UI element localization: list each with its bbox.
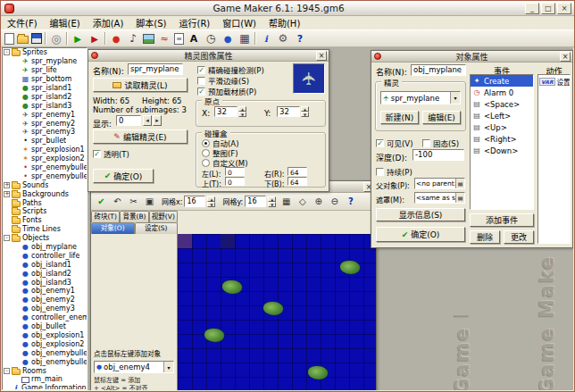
load-sprite-button[interactable]: 读取精灵(L)	[93, 78, 188, 92]
tree-item[interactable]: • spr_enemybullet1	[3, 163, 87, 172]
grid-toggle-icon[interactable]: ▦	[279, 195, 293, 208]
menu-icon[interactable]: ▤	[455, 179, 464, 188]
event-item[interactable]: ▤ <Left>	[471, 110, 533, 121]
menu-item[interactable]: 添加(A)	[87, 15, 130, 30]
create-executable-icon[interactable]: ◎	[49, 31, 63, 46]
delete-event-button[interactable]: 删除	[470, 230, 500, 244]
tree-expander-icon[interactable]: +	[4, 191, 10, 197]
grid-x-input[interactable]: 16	[184, 196, 205, 207]
transparent-checkbox[interactable]: 透明(T)	[93, 148, 129, 159]
zoom-out-icon[interactable]: ⊖	[328, 195, 341, 208]
bbox-left-input[interactable]: 0	[225, 167, 245, 176]
grid-x-spinner[interactable]	[207, 196, 215, 207]
tree-expander-icon[interactable]: -	[4, 368, 10, 374]
show-prev-icon[interactable]: ◂	[143, 115, 152, 126]
room-tab[interactable]: 设定(S)	[135, 222, 179, 234]
add-path-icon[interactable]: ≈	[157, 31, 171, 46]
run-debug-icon[interactable]: ▶	[88, 31, 102, 46]
island-instance[interactable]	[340, 261, 360, 274]
tree-item[interactable]: ✈ spr_enemy3	[3, 128, 87, 137]
menu-item[interactable]: 脚本(S)	[129, 15, 172, 30]
title-bar[interactable]: Game Maker 6.1: 1945.gm6 _ □ ×	[1, 1, 574, 16]
event-item[interactable]: ▤ <Right>	[471, 133, 533, 145]
tree-item[interactable]: ℹ Game Information	[3, 384, 87, 390]
bbox-bottom-input[interactable]: 64	[288, 177, 307, 186]
room-tab[interactable]: 砖块(T)	[91, 211, 120, 222]
tree-item[interactable]: ● obj_enemybullet2	[3, 357, 87, 366]
tree-item[interactable]: ✈ spr_enemy1	[3, 110, 87, 119]
close-button[interactable]: ×	[557, 3, 571, 14]
grid-y-input[interactable]: 16	[245, 196, 266, 207]
close-icon[interactable]: ×	[316, 51, 327, 61]
smooth-edges-checkbox[interactable]: 平滑边缘(S)	[197, 75, 249, 86]
tree-item[interactable]: ▦ spr_bottom	[3, 75, 87, 84]
event-item[interactable]: ◷ Alarm 0	[471, 87, 533, 98]
close-icon[interactable]: ×	[560, 52, 571, 62]
tree-item[interactable]: ✈ spr_myplane	[3, 57, 87, 66]
event-item[interactable]: ✦ Create	[471, 75, 533, 87]
tree-item[interactable]: ✶ spr_explosion2	[3, 154, 87, 163]
tree-item[interactable]: ● spr_island2	[3, 92, 87, 101]
show-information-button[interactable]: 显示信息(S)	[376, 208, 465, 221]
bbox-right-input[interactable]: 64	[288, 167, 307, 176]
tree-item[interactable]: ● obj_island1	[3, 260, 87, 269]
tree-item[interactable]: - Sprites	[3, 48, 87, 57]
room-tab[interactable]: 对象(O)	[91, 222, 135, 234]
tree-item[interactable]: ● obj_explosion1	[3, 331, 87, 340]
object-name-input[interactable]: obj_myplane	[411, 64, 466, 76]
tree-item[interactable]: Fonts	[3, 216, 87, 225]
placed-object[interactable]	[221, 234, 235, 248]
tree-item[interactable]: ● obj_myplane	[3, 243, 87, 252]
zoom-in-icon[interactable]: ⊕	[312, 195, 325, 208]
cut-icon[interactable]: ✂	[127, 195, 140, 208]
separator[interactable]	[45, 32, 46, 45]
game-information-icon[interactable]: ℹ	[259, 31, 273, 46]
add-background-icon[interactable]	[143, 34, 154, 44]
help-icon[interactable]: ?	[344, 195, 357, 208]
room-tab[interactable]: 背景(B)	[120, 211, 148, 222]
tree-item[interactable]: ● obj_explosion2	[3, 339, 87, 348]
tree-item[interactable]: - Objects	[3, 234, 87, 243]
parent-field[interactable]: <no parent> ▤	[414, 178, 465, 189]
origin-x-input[interactable]: 32	[214, 106, 238, 117]
tree-expander-icon[interactable]: -	[4, 49, 10, 55]
origin-x-spinner[interactable]	[238, 106, 246, 117]
sprite-name-input[interactable]: spr_myplane	[128, 63, 183, 75]
dropdown-arrow-icon[interactable]: ▾	[163, 362, 173, 372]
commit-check-icon[interactable]: ✔	[95, 195, 108, 208]
event-item[interactable]: ▤ <Up>	[471, 121, 533, 133]
object-window-titlebar[interactable]: 对象属性 ×	[371, 51, 572, 63]
depth-input[interactable]: -100	[412, 149, 464, 161]
sprite-window-titlebar[interactable]: 精灵图像属性 ×	[88, 50, 329, 62]
tree-item[interactable]: - Rooms	[3, 366, 87, 375]
action-item[interactable]: VAR 设置变量	[538, 75, 570, 88]
menu-item[interactable]: 帮助(H)	[262, 15, 306, 30]
bbox-top-input[interactable]: 0	[225, 177, 245, 186]
save-file-icon[interactable]	[31, 33, 42, 44]
island-instance[interactable]	[204, 329, 224, 342]
undo-icon[interactable]: ↶	[111, 195, 124, 208]
separator[interactable]	[66, 32, 68, 45]
edit-sprite-button[interactable]: ✎ 编辑精灵(E)	[93, 129, 188, 144]
menu-item[interactable]: 窗口(W)	[216, 15, 262, 30]
iso-toggle-icon[interactable]: ◇	[296, 195, 309, 208]
object-sprite-select[interactable]: ✈ spr_myplane ▾	[380, 91, 461, 104]
global-settings-icon[interactable]: ⚙	[276, 31, 290, 46]
tree-item[interactable]: ✈ spr_life	[3, 66, 87, 75]
tree-item[interactable]: Scripts	[3, 207, 87, 216]
tree-item[interactable]: ● controller_enemy	[3, 313, 87, 322]
help-icon[interactable]: ?	[293, 31, 307, 46]
tree-item[interactable]: ● obj_enemy3	[3, 304, 87, 313]
island-instance[interactable]	[222, 280, 242, 294]
grid-y-spinner[interactable]	[268, 196, 276, 207]
mask-field[interactable]: <same as sprite> ▤	[414, 192, 465, 204]
room-tab[interactable]: 视野(V)	[149, 211, 178, 222]
show-input[interactable]: 0	[116, 115, 141, 126]
placed-object[interactable]	[178, 234, 192, 248]
tree-item[interactable]: rm_main	[3, 375, 87, 384]
new-file-icon[interactable]	[4, 33, 14, 45]
origin-y-spinner[interactable]	[301, 106, 309, 117]
object-ok-button[interactable]: ✔ 确定(O)	[376, 227, 465, 242]
show-next-icon[interactable]: ▸	[153, 115, 162, 126]
tree-item[interactable]: Paths	[3, 198, 87, 207]
